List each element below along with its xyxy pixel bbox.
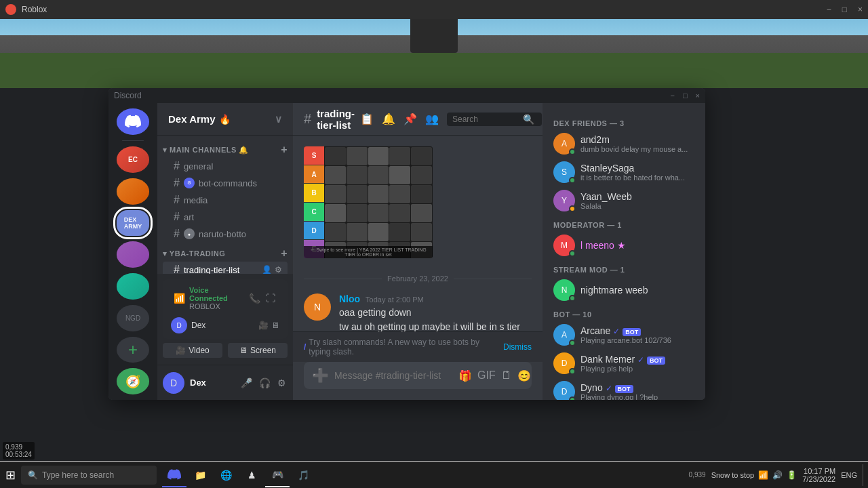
show-desktop-button[interactable] — [863, 464, 865, 486]
status-dot-arcane — [569, 340, 576, 346]
taskbar-counter: 0,939 — [689, 471, 706, 479]
channel-item-bot-commands[interactable]: # ⚙ bot-commands — [163, 175, 288, 191]
discord-title-label: Discord — [114, 91, 142, 100]
server-icon-discord[interactable] — [117, 108, 149, 135]
members-sidebar: DEX FRIENDS — 3 A and2m dumb bovid delay… — [542, 103, 705, 400]
server-icon-2[interactable] — [117, 178, 149, 205]
snow-to-stop[interactable]: Snow to stop — [711, 471, 755, 479]
add-channel-main[interactable]: + — [281, 144, 288, 156]
server-icon-3[interactable] — [117, 241, 149, 268]
server-name-bar[interactable]: Dex Army 🔥 ∨ — [157, 103, 293, 136]
discord-close[interactable]: × — [696, 92, 700, 100]
gif-button[interactable]: GIF — [477, 369, 496, 382]
member-dank-memer[interactable]: D Dank Memer ✓BOT Playing pls help — [548, 350, 700, 377]
voice-video-icon[interactable]: 🎥 — [258, 321, 269, 330]
browser-close[interactable]: × — [858, 5, 863, 14]
taskbar-icon-chrome[interactable]: 🌐 — [214, 463, 238, 487]
channel-section-header-yba[interactable]: ▾ YBA-TRADING + — [157, 245, 293, 261]
emoji-button[interactable]: 😊 — [517, 369, 531, 382]
member-stanleysaga[interactable]: S StanleySaga it is better to be hated f… — [548, 159, 700, 186]
add-server-button[interactable]: + — [117, 337, 149, 363]
member-avatar-stanleysaga: S — [553, 161, 575, 183]
taskbar-icon-file-explorer[interactable]: 📁 — [188, 463, 212, 487]
voice-screen-icon[interactable]: 🖥 — [271, 321, 279, 330]
video-button[interactable]: 🎥 Video — [163, 343, 222, 358]
explore-servers-button[interactable]: 🧭 — [117, 368, 149, 394]
hash-icon: # — [174, 160, 180, 172]
discord-maximize[interactable]: □ — [683, 92, 688, 100]
threads-button[interactable]: 📋 — [360, 113, 374, 125]
channel-item-general[interactable]: # general — [163, 158, 288, 174]
taskbar-lang: ENG — [841, 471, 857, 479]
channel-item-naruto-botto[interactable]: # ● naruto-botto — [163, 226, 288, 242]
message-author-avatar[interactable]: N — [304, 293, 331, 321]
member-and2m[interactable]: A and2m dumb bovid delay my mouse a... — [548, 130, 700, 157]
message-author-name[interactable]: Nloo — [339, 293, 360, 304]
taskbar-icon-spotify[interactable]: 🎵 — [291, 463, 315, 487]
channel-section-header-main[interactable]: ▾ MAIN CHANNELS 🔔 + — [157, 141, 293, 157]
member-name-dyno: Dyno ✓BOT — [580, 382, 694, 393]
member-nightmare-weeb[interactable]: N nightmare weeb — [548, 277, 700, 304]
battery-icon[interactable]: 🔋 — [787, 470, 797, 480]
settings-icon-channel[interactable]: 👤 — [262, 265, 272, 274]
browser-minimize[interactable]: − — [827, 5, 831, 14]
chat-search-input[interactable] — [452, 115, 520, 124]
pins-button[interactable]: 📌 — [403, 113, 417, 125]
channel-item-trading-tier-list[interactable]: # trading-tier-list 👤 ⚙ — [163, 262, 288, 274]
deafen-button[interactable]: 🎧 — [258, 376, 272, 390]
server-icon-4[interactable] — [117, 273, 149, 300]
members-button[interactable]: 👥 — [425, 113, 439, 125]
channel-item-art[interactable]: # art — [163, 209, 288, 225]
member-arcane[interactable]: A Arcane ✓BOT Playing arcane.bot 102/736 — [548, 321, 700, 348]
taskbar-icon-discord[interactable] — [162, 463, 186, 487]
member-avatar-yaan-weeb: Y — [553, 190, 575, 211]
message-input-area: ➕ 🎁 GIF 🗒 😊 — [293, 362, 542, 400]
settings-button[interactable]: ⚙ — [276, 376, 288, 390]
counter-value: 0,939 — [5, 443, 32, 451]
screen-button[interactable]: 🖥 Screen — [228, 343, 288, 358]
taskbar-search[interactable]: 🔍 Type here to search — [21, 466, 157, 485]
sticker-button[interactable]: 🗒 — [501, 369, 512, 382]
member-dyno[interactable]: D Dyno ✓BOT Playing dyno.gg | ?help — [548, 378, 700, 400]
member-yaan-weeb[interactable]: Y Yaan_Weeb Salala — [548, 187, 700, 214]
sub-icon-naruto: ● — [184, 228, 195, 239]
browser-maximize[interactable]: □ — [842, 5, 847, 14]
member-name-dank-memer: Dank Memer ✓BOT — [580, 354, 694, 365]
taskbar-datetime[interactable]: 10:17 PM 7/23/2022 — [802, 467, 835, 483]
message-content-1: Nloo Today at 2:00 PM oaa getting down t… — [339, 293, 532, 331]
status-dot-yaan-weeb — [569, 205, 576, 212]
gift-button[interactable]: 🎁 — [458, 369, 472, 382]
notifications-button[interactable]: 🔔 — [382, 113, 395, 125]
channel-header-icon: # — [304, 111, 311, 127]
voice-expand-button[interactable]: ⛶ — [264, 291, 277, 305]
volume-icon[interactable]: 🔊 — [772, 470, 783, 480]
member-status-yaan-weeb: Salala — [580, 202, 694, 210]
server-icon-1[interactable]: EC — [117, 146, 149, 173]
voice-disconnect-button[interactable]: 📞 — [248, 291, 262, 305]
server-icon-dex-army[interactable]: DEXARMY — [117, 210, 149, 237]
bottom-left-info: 0,939 00:53:24 — [3, 442, 35, 460]
mute-button[interactable]: 🎤 — [239, 376, 254, 390]
user-panel: D Dex 🎤 🎧 ⚙ — [157, 365, 293, 400]
taskbar-icon-steam[interactable]: ♟ — [239, 463, 264, 487]
gear-icon-channel[interactable]: ⚙ — [275, 265, 282, 274]
discord-minimize[interactable]: − — [670, 92, 674, 100]
member-status-arcane: Playing arcane.bot 102/736 — [580, 336, 694, 344]
taskbar-icon-roblox[interactable]: 🎮 — [265, 463, 290, 487]
add-attachment-button[interactable]: ➕ — [312, 362, 329, 389]
slash-hint-text: Try slash commands! A new way to use bot… — [309, 338, 500, 357]
start-button[interactable]: ⊞ — [3, 465, 18, 485]
member-meeno[interactable]: M l meeno ★ — [548, 232, 700, 259]
member-status-dank-memer: Playing pls help — [580, 365, 694, 373]
server-icon-5[interactable]: NGD — [117, 305, 149, 331]
member-name-and2m: and2m — [580, 134, 694, 145]
channel-item-media[interactable]: # media — [163, 192, 288, 208]
slash-hint-dismiss[interactable]: Dismiss — [503, 342, 532, 352]
member-avatar-and2m: A — [553, 133, 575, 155]
wifi-icon[interactable]: 📶 — [758, 470, 768, 480]
sub-icon-bot: ⚙ — [184, 178, 195, 188]
message-input[interactable] — [334, 362, 453, 389]
chat-search-bar[interactable]: 🔍 — [447, 113, 542, 126]
add-channel-yba[interactable]: + — [281, 247, 288, 260]
search-icon: 🔍 — [523, 114, 534, 125]
